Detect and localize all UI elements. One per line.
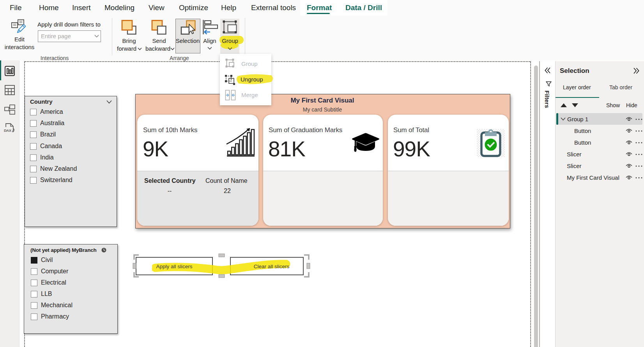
svg-text:DAX: DAX bbox=[4, 128, 12, 133]
